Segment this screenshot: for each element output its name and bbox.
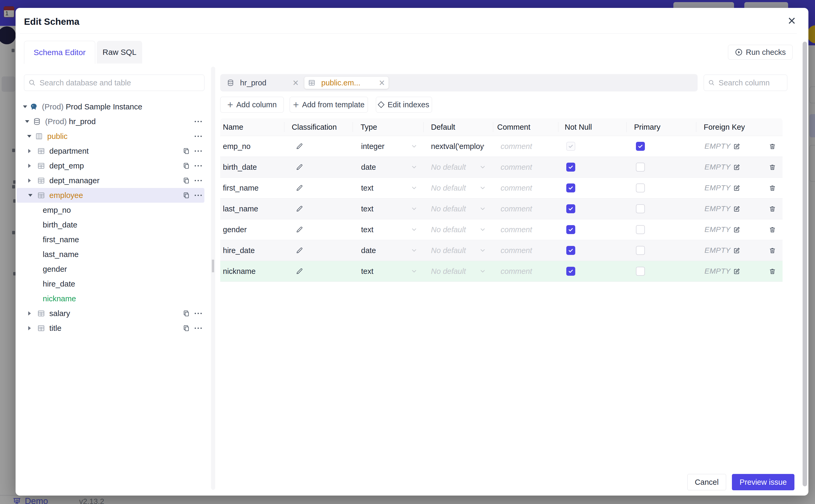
tree-column-first_name[interactable]: first_name <box>17 232 204 247</box>
column-name[interactable]: last_name <box>223 205 258 213</box>
more-actions-icon[interactable] <box>194 136 202 137</box>
tree-column-nickname[interactable]: nickname <box>17 291 204 306</box>
close-icon[interactable]: × <box>788 14 796 27</box>
column-type[interactable]: text <box>361 225 373 234</box>
cancel-button[interactable]: Cancel <box>687 474 726 490</box>
tree-column-hire_date[interactable]: hire_date <box>17 277 204 291</box>
close-chip-icon[interactable]: × <box>293 78 298 88</box>
column-name[interactable]: emp_no <box>223 142 250 151</box>
column-type[interactable]: text <box>361 205 373 213</box>
chevron-down-icon[interactable] <box>27 135 31 138</box>
column-comment-input[interactable]: comment <box>501 205 532 213</box>
database-search-input[interactable] <box>39 78 200 88</box>
column-default[interactable]: No default <box>431 267 466 276</box>
copy-icon[interactable] <box>183 147 190 155</box>
not-null-checkbox[interactable] <box>566 183 575 192</box>
tree-item-public[interactable]: public <box>17 129 204 144</box>
edit-foreign-key-icon[interactable] <box>733 247 740 254</box>
chevron-down-icon[interactable] <box>28 194 32 197</box>
primary-checkbox[interactable] <box>636 163 645 172</box>
add-from-template-button[interactable]: + Add from template <box>289 97 368 113</box>
tree-column-gender[interactable]: gender <box>17 262 204 277</box>
chevron-down-icon[interactable] <box>479 143 486 150</box>
chevron-right-icon[interactable] <box>28 178 31 183</box>
column-comment-input[interactable]: comment <box>501 267 532 276</box>
column-search-input[interactable] <box>718 78 783 88</box>
not-null-checkbox[interactable] <box>566 204 575 213</box>
column-type[interactable]: date <box>361 163 376 172</box>
copy-icon[interactable] <box>183 310 190 317</box>
chevron-down-icon[interactable] <box>23 105 27 108</box>
tab-chip-hr-prod[interactable]: hr_prod × <box>223 77 302 89</box>
primary-checkbox[interactable] <box>636 142 645 151</box>
copy-icon[interactable] <box>183 162 190 169</box>
edit-classification-icon[interactable] <box>296 247 303 254</box>
column-type[interactable]: text <box>361 184 373 192</box>
delete-column-icon[interactable] <box>769 247 776 254</box>
primary-checkbox[interactable] <box>636 267 645 276</box>
chevron-right-icon[interactable] <box>28 164 31 168</box>
copy-icon[interactable] <box>183 192 190 199</box>
column-name[interactable]: gender <box>223 225 247 234</box>
chevron-down-icon[interactable] <box>411 226 418 233</box>
tree-item-hr_prod[interactable]: (Prod) hr_prod <box>17 114 204 129</box>
chevron-down-icon[interactable] <box>411 164 418 171</box>
not-null-checkbox[interactable] <box>566 246 575 255</box>
tree-column-emp_no[interactable]: emp_no <box>17 203 204 217</box>
primary-checkbox[interactable] <box>636 246 645 255</box>
chevron-right-icon[interactable] <box>28 311 31 316</box>
close-chip-icon[interactable]: × <box>379 78 385 88</box>
column-default[interactable]: No default <box>431 205 466 213</box>
column-type[interactable]: integer <box>361 142 384 151</box>
chevron-right-icon[interactable] <box>28 326 31 330</box>
column-comment-input[interactable]: comment <box>501 225 532 234</box>
chevron-down-icon[interactable] <box>479 268 486 275</box>
delete-column-icon[interactable] <box>769 268 776 275</box>
edit-foreign-key-icon[interactable] <box>733 143 740 150</box>
column-default[interactable]: No default <box>431 163 466 172</box>
column-comment-input[interactable]: comment <box>501 163 532 172</box>
chevron-down-icon[interactable] <box>411 185 418 191</box>
chevron-down-icon[interactable] <box>411 247 418 254</box>
tab-chip-public-employee[interactable]: public.em... × <box>304 77 388 89</box>
edit-classification-icon[interactable] <box>296 164 303 171</box>
delete-column-icon[interactable] <box>769 143 776 150</box>
column-default[interactable]: nextval('employ <box>431 142 484 151</box>
chevron-down-icon[interactable] <box>479 185 486 191</box>
column-comment-input[interactable]: comment <box>501 142 532 151</box>
primary-checkbox[interactable] <box>636 225 645 234</box>
delete-column-icon[interactable] <box>769 226 776 233</box>
tab-schema-editor[interactable]: Schema Editor <box>24 41 95 64</box>
edit-classification-icon[interactable] <box>296 143 303 150</box>
chevron-down-icon[interactable] <box>479 205 486 212</box>
run-checks-button[interactable]: Run checks <box>728 45 793 60</box>
primary-checkbox[interactable] <box>636 183 645 192</box>
column-comment-input[interactable]: comment <box>501 184 532 192</box>
modal-scrollbar[interactable] <box>803 42 807 486</box>
chevron-down-icon[interactable] <box>411 268 418 275</box>
column-default[interactable]: No default <box>431 225 466 234</box>
column-name[interactable]: nickname <box>223 267 255 276</box>
chevron-down-icon[interactable] <box>411 143 418 150</box>
not-null-checkbox[interactable] <box>566 142 575 151</box>
chevron-down-icon[interactable] <box>479 164 486 171</box>
edit-foreign-key-icon[interactable] <box>733 205 740 212</box>
column-default[interactable]: No default <box>431 184 466 192</box>
tree-item-salary[interactable]: salary <box>17 306 204 321</box>
tree-item-employee[interactable]: employee <box>17 188 204 203</box>
add-column-button[interactable]: + Add column <box>220 97 284 113</box>
edit-foreign-key-icon[interactable] <box>733 164 740 171</box>
chevron-down-icon[interactable] <box>479 247 486 254</box>
column-type[interactable]: date <box>361 246 376 255</box>
edit-classification-icon[interactable] <box>296 185 303 192</box>
more-actions-icon[interactable] <box>194 151 202 152</box>
more-actions-icon[interactable] <box>194 165 202 167</box>
tree-item-department[interactable]: department <box>17 144 204 158</box>
primary-checkbox[interactable] <box>636 204 645 213</box>
column-default[interactable]: No default <box>431 246 466 255</box>
tree-item-title[interactable]: title <box>17 321 204 336</box>
tree-item-Prod Sample Instance[interactable]: (Prod) Prod Sample Instance <box>17 99 204 114</box>
chevron-down-icon[interactable] <box>479 226 486 233</box>
copy-icon[interactable] <box>183 324 190 332</box>
chevron-down-icon[interactable] <box>25 120 29 123</box>
